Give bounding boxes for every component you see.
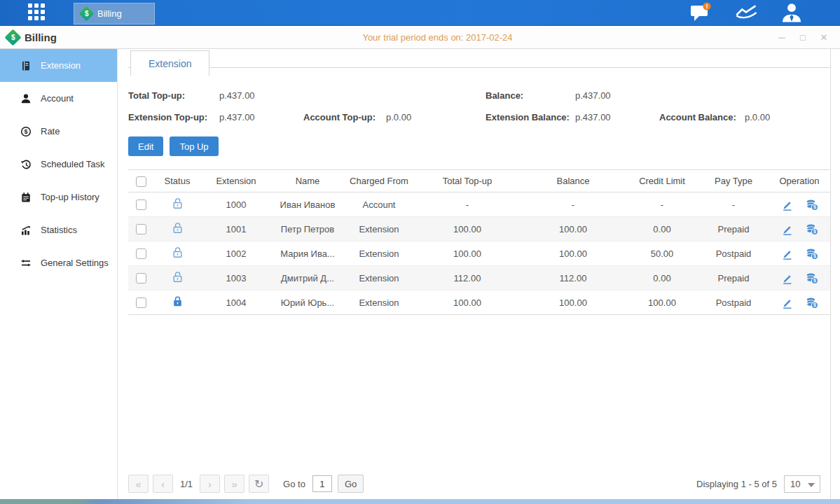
general-settings-icon bbox=[20, 258, 32, 269]
window-titlebar: $ Billing Your trial period ends on: 201… bbox=[0, 27, 840, 49]
lock-open-icon bbox=[172, 246, 184, 258]
name-cell: Петр Петров bbox=[271, 217, 344, 241]
balance-value: p.437.00 bbox=[575, 90, 659, 101]
extension-cell: 1004 bbox=[201, 290, 271, 315]
credit-limit-cell: 100.00 bbox=[626, 290, 698, 315]
row-checkbox[interactable] bbox=[136, 200, 146, 210]
total-topup-cell: 100.00 bbox=[414, 217, 521, 241]
edit-pencil-icon[interactable] bbox=[781, 223, 793, 235]
stats-summary: Total Top-up: p.437.00 Balance: p.437.00… bbox=[128, 85, 830, 128]
main-panel: Extension Total Top-up: p.437.00 Balance… bbox=[118, 49, 831, 499]
svg-text:$: $ bbox=[24, 128, 27, 135]
column-header-operation: Operation bbox=[769, 170, 830, 192]
row-checkbox[interactable] bbox=[136, 298, 146, 308]
operation-cell: $ bbox=[769, 248, 830, 260]
next-page-button[interactable]: › bbox=[200, 475, 220, 493]
last-page-button[interactable]: » bbox=[224, 475, 245, 493]
apps-grid-icon bbox=[28, 4, 46, 22]
table-row: 1000Иван ИвановAccount----$ bbox=[128, 192, 830, 217]
edit-pencil-icon[interactable] bbox=[781, 297, 793, 309]
edit-button[interactable]: Edit bbox=[128, 136, 163, 156]
account-icon bbox=[20, 93, 32, 104]
sidebar-item-scheduled-task[interactable]: Scheduled Task bbox=[0, 148, 117, 181]
top-ribbon: $ Billing ! bbox=[0, 0, 840, 26]
operation-cell: $ bbox=[769, 199, 830, 211]
extension-cell: 1002 bbox=[201, 241, 271, 266]
pay-type-cell: Postpaid bbox=[698, 290, 769, 315]
edit-pencil-icon[interactable] bbox=[781, 248, 793, 260]
edit-pencil-icon[interactable] bbox=[781, 272, 793, 284]
sidebar-item-label: Top-up History bbox=[41, 192, 99, 202]
credit-limit-cell: 0.00 bbox=[626, 217, 698, 241]
goto-page-input[interactable] bbox=[312, 475, 332, 492]
column-header-credit-limit: Credit Limit bbox=[626, 170, 698, 192]
svg-text:$: $ bbox=[813, 278, 816, 284]
topup-coins-icon[interactable]: $ bbox=[806, 248, 818, 260]
sidebar: ExtensionAccount$RateScheduled TaskTop-u… bbox=[0, 49, 118, 499]
operation-cell: $ bbox=[769, 297, 830, 309]
account-balance-value: p.0.00 bbox=[745, 112, 770, 122]
total-topup-cell: 112.00 bbox=[414, 266, 521, 290]
topup-coins-icon[interactable]: $ bbox=[806, 272, 818, 284]
messages-icon[interactable]: ! bbox=[690, 2, 714, 23]
prev-page-button[interactable]: ‹ bbox=[153, 475, 173, 493]
total-topup-value: p.437.00 bbox=[219, 90, 303, 101]
topup-coins-icon[interactable]: $ bbox=[806, 297, 818, 309]
extension-topup-label: Extension Top-up: bbox=[128, 112, 219, 122]
extension-icon bbox=[20, 60, 32, 71]
tab-extension[interactable]: Extension bbox=[130, 50, 209, 76]
sidebar-item-label: Account bbox=[41, 93, 74, 104]
row-checkbox[interactable] bbox=[136, 248, 146, 259]
pay-type-cell: - bbox=[698, 192, 769, 217]
charged-from-cell: Extension bbox=[344, 290, 414, 315]
page-size-select[interactable]: 10 bbox=[784, 475, 820, 493]
app-launcher-button[interactable] bbox=[0, 0, 74, 25]
trial-notice: Your trial period ends on: 2017-02-24 bbox=[182, 32, 777, 43]
total-topup-cell: - bbox=[414, 192, 521, 217]
displaying-text: Displaying 1 - 5 of 5 bbox=[696, 479, 777, 489]
sidebar-item-extension[interactable]: Extension bbox=[0, 49, 117, 82]
sidebar-item-statistics[interactable]: Statistics bbox=[0, 214, 117, 246]
extension-cell: 1001 bbox=[201, 217, 271, 241]
top-up-button[interactable]: Top Up bbox=[170, 136, 218, 156]
select-all-checkbox[interactable] bbox=[136, 176, 146, 187]
refresh-icon[interactable]: ↻ bbox=[249, 475, 269, 493]
first-page-button[interactable]: « bbox=[128, 475, 149, 493]
balance-cell: 100.00 bbox=[521, 241, 626, 266]
statistics-icon bbox=[20, 225, 32, 236]
sidebar-item-general-settings[interactable]: General Settings bbox=[0, 246, 117, 279]
billing-app-window: $ Billing ! $ Billing bbox=[0, 0, 840, 504]
taskbar-tab-billing[interactable]: $ Billing bbox=[74, 3, 155, 24]
close-button[interactable]: ✕ bbox=[819, 32, 829, 43]
column-header-balance: Balance bbox=[521, 170, 626, 192]
row-checkbox[interactable] bbox=[136, 224, 146, 234]
sidebar-item-rate[interactable]: $Rate bbox=[0, 115, 117, 148]
user-icon[interactable] bbox=[780, 2, 804, 23]
credit-limit-cell: 50.00 bbox=[626, 241, 698, 266]
balance-cell: 100.00 bbox=[521, 217, 626, 241]
topup-coins-icon[interactable]: $ bbox=[806, 199, 818, 211]
maximize-button[interactable]: □ bbox=[798, 32, 808, 43]
total-topup-cell: 100.00 bbox=[414, 241, 521, 266]
statistics-chart-icon[interactable] bbox=[735, 2, 759, 23]
balance-label: Balance: bbox=[486, 90, 575, 101]
extensions-table: StatusExtensionNameCharged FromTotal Top… bbox=[128, 169, 830, 315]
sidebar-item-top-up-history[interactable]: Top-up History bbox=[0, 181, 117, 214]
credit-limit-cell: - bbox=[626, 192, 698, 217]
billing-diamond-icon: $ bbox=[79, 6, 94, 21]
taskbar-tab-label: Billing bbox=[97, 8, 122, 19]
window-controls: ─ □ ✕ bbox=[777, 32, 840, 43]
topup-coins-icon[interactable]: $ bbox=[806, 223, 818, 235]
row-checkbox[interactable] bbox=[136, 273, 146, 284]
total-topup-label: Total Top-up: bbox=[128, 90, 219, 101]
page-indicator: 1/1 bbox=[180, 479, 193, 489]
sidebar-item-account[interactable]: Account bbox=[0, 82, 117, 115]
pay-type-cell: Postpaid bbox=[698, 241, 769, 266]
sidebar-item-label: Statistics bbox=[41, 225, 77, 235]
minimize-button[interactable]: ─ bbox=[777, 32, 787, 43]
extension-cell: 1000 bbox=[201, 192, 271, 217]
edit-pencil-icon[interactable] bbox=[781, 199, 793, 211]
column-header-name: Name bbox=[271, 170, 344, 192]
go-button[interactable]: Go bbox=[338, 475, 364, 493]
table-row: 1003Дмитрий Д...Extension112.00112.000.0… bbox=[128, 266, 830, 290]
